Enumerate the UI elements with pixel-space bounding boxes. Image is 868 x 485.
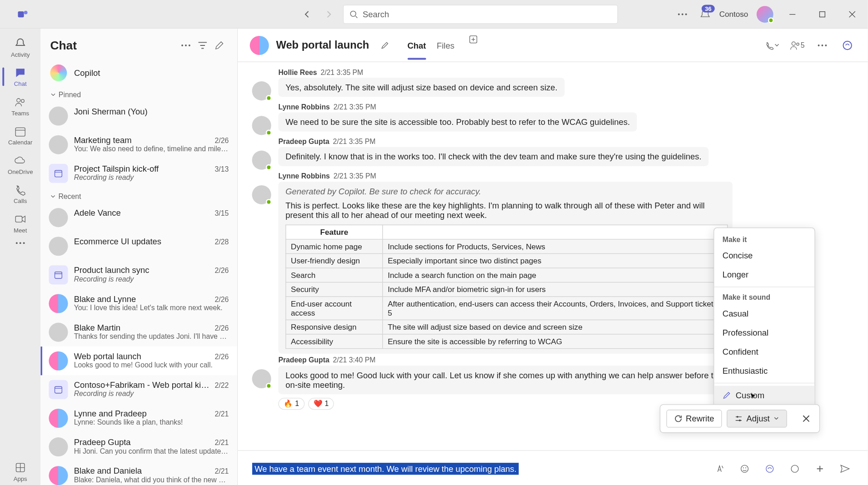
- chat-item-date: 2/21: [215, 467, 229, 475]
- chat-list-item[interactable]: Blake and Lynne2/26 You: I love this ide…: [40, 289, 237, 317]
- chat-list-item[interactable]: Blake Martin2/26 Thanks for sending the …: [40, 318, 237, 346]
- feature-table: FeatureDynamic home pageInclude sections…: [286, 224, 728, 349]
- chat-item-title: Blake Martin: [74, 322, 120, 332]
- rename-chat-button[interactable]: [376, 37, 393, 54]
- chat-item-avatar: [49, 265, 68, 284]
- svg-point-1: [24, 10, 28, 14]
- chat-item-date: 2/21: [215, 410, 229, 418]
- sliders-icon: [734, 415, 743, 423]
- message-bubble: Generated by Copilot. Be sure to check f…: [279, 182, 733, 354]
- chat-item-avatar: [49, 106, 68, 125]
- svg-point-24: [818, 44, 820, 46]
- filter-button[interactable]: [194, 37, 211, 54]
- chat-list-item[interactable]: Project Tailspin kick-off3/13 Recording …: [40, 159, 237, 188]
- cloud-icon: [14, 154, 27, 167]
- user-avatar[interactable]: [757, 5, 773, 22]
- rail-chat[interactable]: Chat: [2, 63, 38, 91]
- rail-onedrive[interactable]: OneDrive: [2, 150, 38, 178]
- attach-button[interactable]: [812, 460, 828, 477]
- org-name: Contoso: [719, 10, 748, 19]
- svg-point-11: [16, 242, 18, 244]
- rail-apps[interactable]: Apps: [2, 457, 38, 485]
- search-icon: [349, 10, 358, 18]
- chat-item-avatar: [49, 322, 68, 341]
- chat-list-item[interactable]: Ecommerce UI updates2/28: [40, 232, 237, 260]
- chat-options-button[interactable]: [178, 37, 195, 54]
- chat-list-item[interactable]: Pradeep Gupta2/21 Hi Joni. Can you confi…: [40, 432, 237, 461]
- close-button[interactable]: [842, 5, 863, 24]
- close-icon: [802, 415, 810, 423]
- search-input[interactable]: Search: [343, 5, 618, 24]
- chat-item-title: Project Tailspin kick-off: [74, 163, 159, 173]
- tab-chat[interactable]: Chat: [407, 31, 426, 59]
- chat-item-preview: Recording is ready: [74, 173, 229, 181]
- svg-point-32: [745, 467, 746, 468]
- rail-calls[interactable]: Calls: [2, 180, 38, 208]
- send-button[interactable]: [837, 460, 853, 477]
- close-copilot-bar-button[interactable]: [799, 411, 813, 426]
- svg-point-2: [350, 11, 356, 16]
- rail-activity[interactable]: Activity: [2, 34, 38, 62]
- more-options-button[interactable]: [674, 5, 691, 22]
- teams-app-icon: [17, 8, 29, 20]
- menu-item-confident[interactable]: Confident: [714, 342, 814, 361]
- menu-item-concise[interactable]: Concise: [714, 246, 814, 265]
- copilot-pane-button[interactable]: [839, 37, 856, 54]
- rail-calendar[interactable]: Calendar: [2, 121, 38, 149]
- menu-item-enthusiastic[interactable]: Enthusiastic: [714, 361, 814, 381]
- svg-point-13: [23, 242, 25, 244]
- reaction-heart[interactable]: ❤️ 1: [308, 398, 334, 410]
- menu-item-custom[interactable]: Custom: [714, 386, 814, 405]
- maximize-button[interactable]: [812, 5, 833, 24]
- emoji-button[interactable]: [736, 460, 753, 477]
- call-button[interactable]: [764, 37, 781, 54]
- chat-list-item[interactable]: Marketing team2/26 You: We also need to …: [40, 130, 237, 159]
- chat-list-item[interactable]: Product launch sync2/26 Recording is rea…: [40, 260, 237, 289]
- format-button[interactable]: [711, 460, 728, 477]
- chat-item-title: Adele Vance: [74, 208, 121, 218]
- copilot-compose-button[interactable]: [761, 460, 778, 477]
- svg-point-31: [743, 467, 744, 468]
- adjust-button[interactable]: Adjust: [727, 410, 787, 427]
- chat-list-item[interactable]: Adele Vance3/15: [40, 203, 237, 232]
- people-icon: [790, 40, 801, 50]
- compose-draft-text: We have a team event next month. We will…: [252, 463, 519, 475]
- recent-section-header[interactable]: Recent: [40, 188, 237, 203]
- people-button[interactable]: 5: [789, 37, 806, 54]
- rail-more[interactable]: [2, 238, 38, 249]
- chat-more-button[interactable]: [814, 37, 831, 54]
- chat-list-item[interactable]: Contoso+Fabrikam - Web portal ki…2/22 Re…: [40, 375, 237, 404]
- copilot-icon: [50, 64, 67, 81]
- loop-button[interactable]: [787, 460, 803, 477]
- chat-item-title: Ecommerce UI updates: [74, 237, 161, 246]
- compose-input[interactable]: We have a team event next month. We will…: [252, 458, 704, 480]
- menu-item-longer[interactable]: Longer: [714, 265, 814, 284]
- pinned-section-header[interactable]: Pinned: [40, 86, 237, 101]
- new-chat-button[interactable]: [211, 37, 228, 54]
- message-bubble: Definitely. I know that is in the works …: [279, 147, 709, 166]
- minimize-button[interactable]: [782, 5, 803, 24]
- menu-item-casual[interactable]: Casual: [714, 304, 814, 323]
- tab-files[interactable]: Files: [437, 31, 454, 59]
- chat-item-avatar: [49, 135, 68, 154]
- copilot-chat-item[interactable]: Copilot: [40, 60, 237, 86]
- chat-list-item[interactable]: Joni Sherman (You): [40, 102, 237, 130]
- add-tab-button[interactable]: [465, 31, 482, 48]
- chat-list-item[interactable]: Blake and Daniela2/21 Blake: Daniela, wh…: [40, 461, 237, 485]
- compose-icon: [215, 40, 224, 50]
- copilot-icon: [842, 40, 853, 50]
- chat-list-item[interactable]: Lynne and Pradeep2/21 Lynne: Sounds like…: [40, 404, 237, 432]
- rewrite-button[interactable]: Rewrite: [666, 410, 722, 427]
- nav-forward-button[interactable]: [321, 7, 336, 21]
- chat-item-preview: You: I love this idea! Let's talk more n…: [74, 303, 229, 312]
- menu-item-professional[interactable]: Professional: [714, 323, 814, 342]
- rail-meet[interactable]: Meet: [2, 209, 38, 237]
- rail-teams[interactable]: Teams: [2, 92, 38, 120]
- activity-indicator[interactable]: 36: [699, 8, 711, 20]
- nav-back-button[interactable]: [300, 7, 314, 21]
- chat-icon: [14, 66, 27, 79]
- chat-item-date: 2/26: [215, 136, 229, 144]
- svg-rect-9: [15, 128, 25, 136]
- reaction-fire[interactable]: 🔥 1: [279, 398, 304, 410]
- chat-list-item[interactable]: Web portal launch2/26 Looks good to me! …: [40, 346, 237, 375]
